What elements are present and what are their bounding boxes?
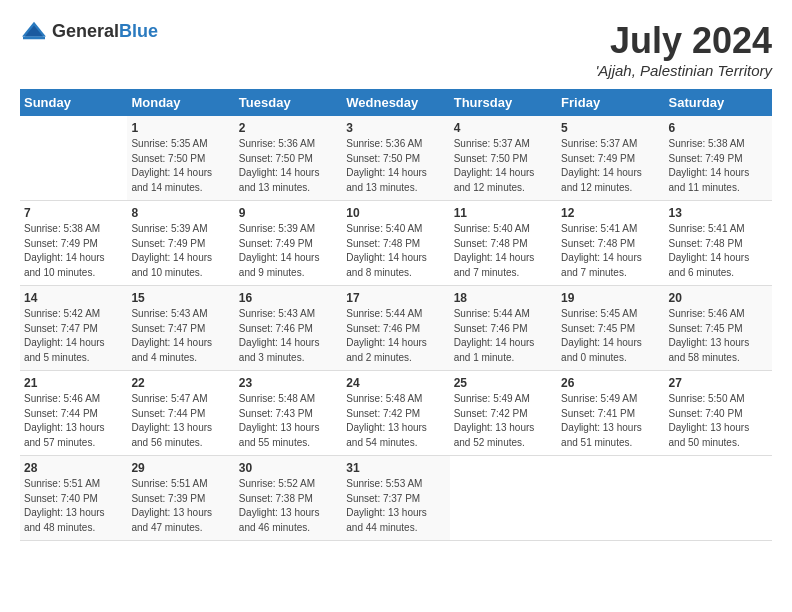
day-info: Sunrise: 5:52 AMSunset: 7:38 PMDaylight:…: [239, 478, 320, 533]
cell-w2-d6: 20Sunrise: 5:46 AMSunset: 7:45 PMDayligh…: [665, 286, 772, 371]
week-row-3: 21Sunrise: 5:46 AMSunset: 7:44 PMDayligh…: [20, 371, 772, 456]
logo-text: GeneralBlue: [52, 21, 158, 42]
day-number: 4: [454, 121, 553, 135]
week-row-4: 28Sunrise: 5:51 AMSunset: 7:40 PMDayligh…: [20, 456, 772, 541]
day-info: Sunrise: 5:44 AMSunset: 7:46 PMDaylight:…: [346, 308, 427, 363]
day-number: 18: [454, 291, 553, 305]
day-info: Sunrise: 5:45 AMSunset: 7:45 PMDaylight:…: [561, 308, 642, 363]
cell-w3-d6: 27Sunrise: 5:50 AMSunset: 7:40 PMDayligh…: [665, 371, 772, 456]
day-info: Sunrise: 5:36 AMSunset: 7:50 PMDaylight:…: [346, 138, 427, 193]
cell-w1-d3: 10Sunrise: 5:40 AMSunset: 7:48 PMDayligh…: [342, 201, 449, 286]
cell-w2-d1: 15Sunrise: 5:43 AMSunset: 7:47 PMDayligh…: [127, 286, 234, 371]
cell-w2-d2: 16Sunrise: 5:43 AMSunset: 7:46 PMDayligh…: [235, 286, 342, 371]
week-row-0: 1Sunrise: 5:35 AMSunset: 7:50 PMDaylight…: [20, 116, 772, 201]
cell-w1-d5: 12Sunrise: 5:41 AMSunset: 7:48 PMDayligh…: [557, 201, 664, 286]
day-info: Sunrise: 5:38 AMSunset: 7:49 PMDaylight:…: [669, 138, 750, 193]
cell-w0-d0: [20, 116, 127, 201]
day-number: 15: [131, 291, 230, 305]
day-number: 9: [239, 206, 338, 220]
day-number: 3: [346, 121, 445, 135]
week-row-2: 14Sunrise: 5:42 AMSunset: 7:47 PMDayligh…: [20, 286, 772, 371]
cell-w3-d0: 21Sunrise: 5:46 AMSunset: 7:44 PMDayligh…: [20, 371, 127, 456]
cell-w2-d0: 14Sunrise: 5:42 AMSunset: 7:47 PMDayligh…: [20, 286, 127, 371]
cell-w4-d0: 28Sunrise: 5:51 AMSunset: 7:40 PMDayligh…: [20, 456, 127, 541]
day-info: Sunrise: 5:35 AMSunset: 7:50 PMDaylight:…: [131, 138, 212, 193]
col-tuesday: Tuesday: [235, 89, 342, 116]
day-info: Sunrise: 5:51 AMSunset: 7:40 PMDaylight:…: [24, 478, 105, 533]
cell-w0-d5: 5Sunrise: 5:37 AMSunset: 7:49 PMDaylight…: [557, 116, 664, 201]
day-number: 22: [131, 376, 230, 390]
cell-w0-d1: 1Sunrise: 5:35 AMSunset: 7:50 PMDaylight…: [127, 116, 234, 201]
logo: GeneralBlue: [20, 20, 158, 42]
day-number: 25: [454, 376, 553, 390]
day-number: 13: [669, 206, 768, 220]
day-info: Sunrise: 5:49 AMSunset: 7:42 PMDaylight:…: [454, 393, 535, 448]
cell-w1-d1: 8Sunrise: 5:39 AMSunset: 7:49 PMDaylight…: [127, 201, 234, 286]
col-friday: Friday: [557, 89, 664, 116]
calendar-table: Sunday Monday Tuesday Wednesday Thursday…: [20, 89, 772, 541]
day-info: Sunrise: 5:47 AMSunset: 7:44 PMDaylight:…: [131, 393, 212, 448]
cell-w4-d3: 31Sunrise: 5:53 AMSunset: 7:37 PMDayligh…: [342, 456, 449, 541]
day-info: Sunrise: 5:44 AMSunset: 7:46 PMDaylight:…: [454, 308, 535, 363]
day-info: Sunrise: 5:48 AMSunset: 7:43 PMDaylight:…: [239, 393, 320, 448]
day-number: 7: [24, 206, 123, 220]
day-number: 28: [24, 461, 123, 475]
cell-w3-d3: 24Sunrise: 5:48 AMSunset: 7:42 PMDayligh…: [342, 371, 449, 456]
day-info: Sunrise: 5:40 AMSunset: 7:48 PMDaylight:…: [346, 223, 427, 278]
day-number: 11: [454, 206, 553, 220]
cell-w3-d2: 23Sunrise: 5:48 AMSunset: 7:43 PMDayligh…: [235, 371, 342, 456]
day-info: Sunrise: 5:37 AMSunset: 7:49 PMDaylight:…: [561, 138, 642, 193]
day-info: Sunrise: 5:38 AMSunset: 7:49 PMDaylight:…: [24, 223, 105, 278]
calendar-body: 1Sunrise: 5:35 AMSunset: 7:50 PMDaylight…: [20, 116, 772, 541]
day-number: 10: [346, 206, 445, 220]
day-number: 6: [669, 121, 768, 135]
day-number: 23: [239, 376, 338, 390]
col-monday: Monday: [127, 89, 234, 116]
week-row-1: 7Sunrise: 5:38 AMSunset: 7:49 PMDaylight…: [20, 201, 772, 286]
day-number: 17: [346, 291, 445, 305]
day-info: Sunrise: 5:43 AMSunset: 7:46 PMDaylight:…: [239, 308, 320, 363]
day-number: 27: [669, 376, 768, 390]
cell-w1-d4: 11Sunrise: 5:40 AMSunset: 7:48 PMDayligh…: [450, 201, 557, 286]
day-info: Sunrise: 5:36 AMSunset: 7:50 PMDaylight:…: [239, 138, 320, 193]
day-number: 26: [561, 376, 660, 390]
day-info: Sunrise: 5:50 AMSunset: 7:40 PMDaylight:…: [669, 393, 750, 448]
header-row: Sunday Monday Tuesday Wednesday Thursday…: [20, 89, 772, 116]
day-number: 16: [239, 291, 338, 305]
logo-general: General: [52, 21, 119, 41]
day-number: 8: [131, 206, 230, 220]
cell-w4-d2: 30Sunrise: 5:52 AMSunset: 7:38 PMDayligh…: [235, 456, 342, 541]
cell-w3-d4: 25Sunrise: 5:49 AMSunset: 7:42 PMDayligh…: [450, 371, 557, 456]
day-info: Sunrise: 5:49 AMSunset: 7:41 PMDaylight:…: [561, 393, 642, 448]
day-number: 29: [131, 461, 230, 475]
day-number: 12: [561, 206, 660, 220]
col-saturday: Saturday: [665, 89, 772, 116]
cell-w0-d2: 2Sunrise: 5:36 AMSunset: 7:50 PMDaylight…: [235, 116, 342, 201]
day-info: Sunrise: 5:46 AMSunset: 7:44 PMDaylight:…: [24, 393, 105, 448]
col-wednesday: Wednesday: [342, 89, 449, 116]
day-info: Sunrise: 5:40 AMSunset: 7:48 PMDaylight:…: [454, 223, 535, 278]
day-number: 21: [24, 376, 123, 390]
day-info: Sunrise: 5:39 AMSunset: 7:49 PMDaylight:…: [239, 223, 320, 278]
day-number: 31: [346, 461, 445, 475]
day-number: 20: [669, 291, 768, 305]
cell-w4-d6: [665, 456, 772, 541]
day-info: Sunrise: 5:51 AMSunset: 7:39 PMDaylight:…: [131, 478, 212, 533]
day-info: Sunrise: 5:39 AMSunset: 7:49 PMDaylight:…: [131, 223, 212, 278]
day-info: Sunrise: 5:37 AMSunset: 7:50 PMDaylight:…: [454, 138, 535, 193]
day-info: Sunrise: 5:46 AMSunset: 7:45 PMDaylight:…: [669, 308, 750, 363]
main-title: July 2024: [595, 20, 772, 62]
header: GeneralBlue July 2024 'Ajjah, Palestinia…: [20, 20, 772, 79]
day-info: Sunrise: 5:43 AMSunset: 7:47 PMDaylight:…: [131, 308, 212, 363]
subtitle: 'Ajjah, Palestinian Territory: [595, 62, 772, 79]
cell-w0-d4: 4Sunrise: 5:37 AMSunset: 7:50 PMDaylight…: [450, 116, 557, 201]
cell-w0-d3: 3Sunrise: 5:36 AMSunset: 7:50 PMDaylight…: [342, 116, 449, 201]
calendar-header: Sunday Monday Tuesday Wednesday Thursday…: [20, 89, 772, 116]
day-number: 5: [561, 121, 660, 135]
logo-blue: Blue: [119, 21, 158, 41]
svg-rect-2: [23, 37, 45, 40]
cell-w1-d2: 9Sunrise: 5:39 AMSunset: 7:49 PMDaylight…: [235, 201, 342, 286]
cell-w1-d6: 13Sunrise: 5:41 AMSunset: 7:48 PMDayligh…: [665, 201, 772, 286]
logo-icon: [20, 20, 48, 42]
cell-w1-d0: 7Sunrise: 5:38 AMSunset: 7:49 PMDaylight…: [20, 201, 127, 286]
